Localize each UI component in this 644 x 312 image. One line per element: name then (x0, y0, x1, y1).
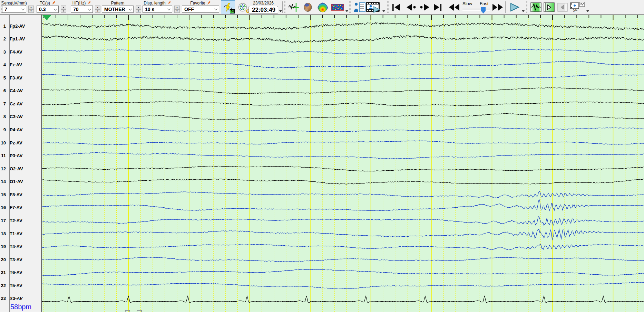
event-marker-box[interactable] (137, 310, 142, 312)
channel-label: T4-AV (8, 244, 22, 249)
channel-number: 7 (0, 101, 8, 106)
combo-group-pattern: PatternMOTHER▲▼ (102, 0, 141, 13)
channel-number: 8 (0, 114, 8, 119)
channel-row-pz-av[interactable]: 10Pz-AV (0, 140, 41, 146)
play-dropdown-arrow[interactable] (522, 10, 525, 12)
chevron-down-icon (21, 7, 25, 10)
channel-row-f8-av[interactable]: 15F8-AV (0, 191, 41, 198)
combo-group-favorite: FavoriteOFF (182, 0, 219, 13)
pattern-combobox[interactable]: MOTHER (102, 6, 134, 13)
topo-map-button[interactable] (315, 0, 330, 14)
event-marker-box[interactable] (125, 310, 130, 312)
channel-row-fp2-av[interactable]: 1Fp2-AV (0, 23, 41, 29)
combo-group-hf-hz-: HF(Hz)70▲▼ (71, 0, 100, 13)
datetime-dropdown-arrow[interactable] (279, 10, 282, 12)
channel-row-c3-av[interactable]: 8C3-AV (0, 114, 41, 120)
combo-label: Favorite (190, 1, 205, 6)
event-marker-button[interactable] (287, 0, 300, 14)
channel-row-o2-av[interactable]: 12O2-AV (0, 166, 41, 172)
head-3d-icon (302, 2, 313, 12)
rewind-icon (448, 3, 460, 11)
channel-row-f7-av[interactable]: 16F7-AV (0, 205, 41, 211)
channel-row-p3-av[interactable]: 11P3-AV (0, 153, 41, 159)
channel-row-f3-av[interactable]: 5F3-AV (0, 75, 41, 81)
video-playback-button[interactable] (364, 0, 382, 14)
eeg-plot-area[interactable] (41, 15, 644, 312)
toolbar-gripper[interactable] (349, 1, 351, 13)
channel-row-p4-av[interactable]: 9P4-AV (0, 127, 41, 133)
fast-forward-button[interactable] (491, 0, 504, 14)
channel-row-fz-av[interactable]: 4Fz-AV (0, 62, 41, 68)
channel-row-cz-av[interactable]: 7Cz-AV (0, 101, 41, 107)
edit-pencil-icon[interactable] (167, 1, 171, 5)
channel-row-t2-av[interactable]: 17T2-AV (0, 217, 41, 224)
spinner-down-button[interactable]: ▼ (28, 9, 34, 13)
play-button[interactable] (508, 0, 521, 14)
sens-uv-mm--combobox[interactable]: 7 (2, 6, 26, 13)
spinner-down-button[interactable]: ▼ (174, 9, 180, 13)
hf-hz--combobox[interactable]: 70 (71, 6, 93, 13)
channel-number: 11 (0, 153, 8, 158)
spinner-up-button[interactable]: ▲ (61, 6, 66, 9)
clip-dropdown-arrow[interactable] (586, 10, 589, 12)
channel-label: T5-AV (8, 283, 22, 288)
first-page-button[interactable] (391, 0, 402, 14)
notch-50-badge: 50 (230, 9, 235, 13)
slider-slow-label: Slow (462, 1, 472, 6)
channel-row-o1-av[interactable]: 14O1-AV (0, 179, 41, 185)
channel-row-f4-av[interactable]: 3F4-AV (0, 49, 41, 55)
channel-row-t5-av[interactable]: 22T5-AV (0, 282, 41, 289)
edit-pencil-icon[interactable] (51, 1, 56, 5)
video-clip-cut-button[interactable]: ✂ (569, 0, 586, 14)
channel-row-t3-av[interactable]: 20T3-AV (0, 256, 41, 263)
spinner-down-button[interactable]: ▼ (136, 9, 141, 13)
combo-group-tc-s-: TC(s)0.3▲▼ (37, 0, 66, 13)
separator (282, 1, 283, 13)
channel-row-t4-av[interactable]: 19T4-AV (0, 244, 41, 250)
channel-number: 5 (0, 75, 8, 81)
spinner-up-button[interactable]: ▲ (28, 6, 34, 9)
edit-pencil-icon[interactable] (87, 1, 91, 5)
channel-row-c4-av[interactable]: 6C4-AV (0, 88, 41, 94)
channel-row-t1-av[interactable]: 18T1-AV (0, 230, 41, 237)
video-dropdown-arrow[interactable] (382, 10, 385, 12)
toolbar-gripper[interactable] (526, 1, 527, 13)
speed-slider-handle[interactable] (481, 7, 486, 13)
previous-page-button[interactable] (404, 0, 418, 14)
favorite-combobox[interactable]: OFF (182, 6, 219, 13)
rewind-button[interactable] (448, 0, 460, 14)
channel-label: O1-AV (8, 179, 23, 184)
channel-label: Fp1-AV (8, 36, 25, 41)
notch-filter-50hz-button[interactable]: 50 (221, 0, 235, 14)
speed-slider-track[interactable] (462, 9, 490, 11)
eeg-trace-canvas[interactable] (42, 15, 644, 312)
channel-row-t6-av[interactable]: 21T6-AV (0, 270, 41, 276)
spinner-up-button[interactable]: ▲ (136, 6, 141, 9)
channel-row-fp1-av[interactable]: 2Fp1-AV (0, 36, 41, 42)
electrode-settings-button[interactable]: ⚙ (236, 0, 250, 14)
spinner-up-button[interactable]: ▲ (174, 6, 180, 9)
datetime-display[interactable]: 23/03/2026 22:03:49 (248, 0, 278, 14)
dsa-dropdown-arrow[interactable] (345, 10, 348, 12)
toolbar-gripper[interactable] (387, 1, 389, 13)
play-icon (509, 3, 520, 12)
channel-label: F3-AV (8, 75, 22, 81)
edit-pencil-icon[interactable] (206, 1, 211, 5)
channel-label: T1-AV (8, 231, 22, 236)
spinner-up-button[interactable]: ▲ (95, 6, 100, 9)
spinner-down-button[interactable]: ▼ (61, 9, 66, 13)
play-forward-review-button[interactable] (543, 0, 556, 14)
combo-group-disp-length: Disp. length10 s▲▼ (143, 0, 180, 13)
last-page-button[interactable] (431, 0, 443, 14)
dsa-spectrogram-button[interactable] (330, 0, 345, 14)
channel-row-x3-av[interactable]: 23X3-AV (0, 295, 41, 302)
disp-length-combobox[interactable]: 10 s (143, 6, 172, 13)
review-mode-button[interactable] (529, 0, 543, 14)
spinner-down-button[interactable]: ▼ (95, 9, 100, 13)
head-3d-map-button[interactable] (301, 0, 315, 14)
separator (446, 1, 446, 13)
play-reverse-review-button[interactable] (556, 0, 569, 14)
tc-s--combobox[interactable]: 0.3 (37, 6, 59, 13)
next-page-button[interactable] (418, 0, 432, 14)
toolbar-gripper[interactable] (284, 1, 285, 13)
